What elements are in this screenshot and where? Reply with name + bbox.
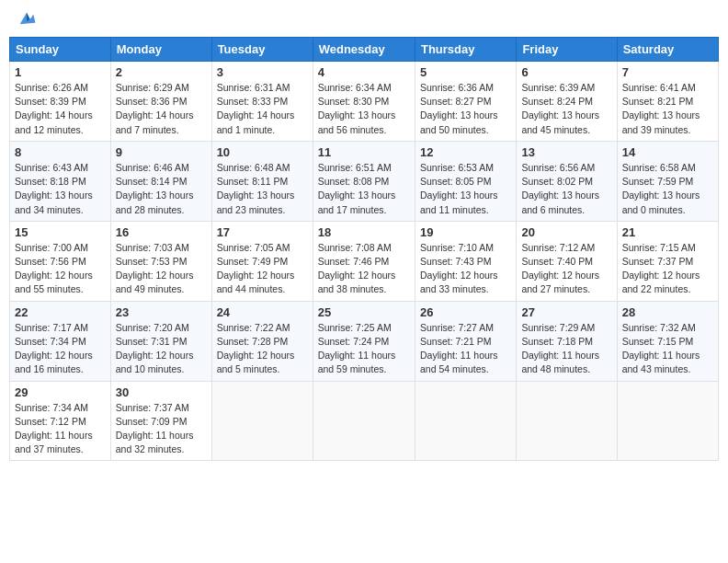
cell-content: Sunrise: 7:00 AM Sunset: 7:56 PM Dayligh… xyxy=(15,241,106,297)
sunset-label: Sunset: 8:21 PM xyxy=(622,96,694,107)
daylight-label: Daylight: 13 hours and 50 minutes. xyxy=(420,109,498,134)
sunset-label: Sunset: 7:59 PM xyxy=(622,176,694,187)
day-number: 26 xyxy=(420,305,511,319)
day-number: 6 xyxy=(521,65,611,79)
sunset-label: Sunset: 7:09 PM xyxy=(116,416,188,427)
weekday-header: Monday xyxy=(110,38,211,62)
cell-content: Sunrise: 7:20 AM Sunset: 7:31 PM Dayligh… xyxy=(116,321,207,377)
weekday-header: Wednesday xyxy=(313,38,415,62)
cell-content: Sunrise: 6:36 AM Sunset: 8:27 PM Dayligh… xyxy=(420,81,511,137)
daylight-label: Daylight: 12 hours and 44 minutes. xyxy=(217,270,295,294)
calendar-cell: 24 Sunrise: 7:22 AM Sunset: 7:28 PM Dayl… xyxy=(211,301,313,381)
sunrise-label: Sunrise: 6:26 AM xyxy=(15,82,88,93)
daylight-label: Daylight: 13 hours and 17 minutes. xyxy=(318,190,396,214)
sunset-label: Sunset: 7:21 PM xyxy=(420,336,492,347)
day-number: 7 xyxy=(622,65,713,79)
sunset-label: Sunset: 8:11 PM xyxy=(217,176,289,187)
daylight-label: Daylight: 14 hours and 12 minutes. xyxy=(15,109,93,134)
daylight-label: Daylight: 12 hours and 5 minutes. xyxy=(217,350,295,374)
sunset-label: Sunset: 7:34 PM xyxy=(15,336,86,347)
calendar-cell: 7 Sunrise: 6:41 AM Sunset: 8:21 PM Dayli… xyxy=(617,62,718,142)
day-number: 29 xyxy=(15,385,106,399)
daylight-label: Daylight: 13 hours and 39 minutes. xyxy=(622,109,700,134)
day-number: 11 xyxy=(318,145,410,159)
day-number: 24 xyxy=(217,305,308,319)
day-number: 23 xyxy=(116,305,207,319)
cell-content: Sunrise: 6:56 AM Sunset: 8:02 PM Dayligh… xyxy=(521,161,611,217)
cell-content: Sunrise: 7:08 AM Sunset: 7:46 PM Dayligh… xyxy=(318,241,410,297)
sunset-label: Sunset: 7:37 PM xyxy=(622,256,694,267)
cell-content: Sunrise: 7:05 AM Sunset: 7:49 PM Dayligh… xyxy=(217,241,308,297)
calendar-cell: 27 Sunrise: 7:29 AM Sunset: 7:18 PM Dayl… xyxy=(517,301,617,381)
sunrise-label: Sunrise: 7:00 AM xyxy=(15,242,88,253)
calendar-cell: 2 Sunrise: 6:29 AM Sunset: 8:36 PM Dayli… xyxy=(110,62,211,142)
daylight-label: Daylight: 11 hours and 59 minutes. xyxy=(318,350,396,374)
daylight-label: Daylight: 13 hours and 6 minutes. xyxy=(521,190,599,214)
sunset-label: Sunset: 8:02 PM xyxy=(521,176,593,187)
day-number: 13 xyxy=(521,145,611,159)
sunrise-label: Sunrise: 6:53 AM xyxy=(420,162,494,173)
cell-content: Sunrise: 7:29 AM Sunset: 7:18 PM Dayligh… xyxy=(521,321,611,377)
cell-content: Sunrise: 7:37 AM Sunset: 7:09 PM Dayligh… xyxy=(116,401,207,457)
sunset-label: Sunset: 8:27 PM xyxy=(420,96,492,107)
calendar-cell: 12 Sunrise: 6:53 AM Sunset: 8:05 PM Dayl… xyxy=(415,141,516,221)
day-number: 15 xyxy=(15,225,106,239)
calendar-cell xyxy=(517,381,617,461)
calendar-cell: 15 Sunrise: 7:00 AM Sunset: 7:56 PM Dayl… xyxy=(10,221,111,301)
daylight-label: Daylight: 13 hours and 34 minutes. xyxy=(15,190,93,214)
day-number: 12 xyxy=(420,145,511,159)
sunrise-label: Sunrise: 6:34 AM xyxy=(318,82,392,93)
daylight-label: Daylight: 11 hours and 54 minutes. xyxy=(420,350,498,374)
sunrise-label: Sunrise: 7:12 AM xyxy=(521,242,595,253)
day-number: 16 xyxy=(116,225,207,239)
daylight-label: Daylight: 12 hours and 49 minutes. xyxy=(116,270,194,294)
cell-content: Sunrise: 7:34 AM Sunset: 7:12 PM Dayligh… xyxy=(15,401,106,457)
cell-content: Sunrise: 6:58 AM Sunset: 7:59 PM Dayligh… xyxy=(622,161,713,217)
cell-content: Sunrise: 6:31 AM Sunset: 8:33 PM Dayligh… xyxy=(217,81,308,137)
cell-content: Sunrise: 7:10 AM Sunset: 7:43 PM Dayligh… xyxy=(420,241,511,297)
calendar-cell: 17 Sunrise: 7:05 AM Sunset: 7:49 PM Dayl… xyxy=(211,221,313,301)
sunset-label: Sunset: 8:08 PM xyxy=(318,176,390,187)
cell-content: Sunrise: 6:46 AM Sunset: 8:14 PM Dayligh… xyxy=(116,161,207,217)
daylight-label: Daylight: 13 hours and 28 minutes. xyxy=(116,190,194,214)
weekday-row: SundayMondayTuesdayWednesdayThursdayFrid… xyxy=(10,38,719,62)
sunset-label: Sunset: 7:24 PM xyxy=(318,336,390,347)
sunrise-label: Sunrise: 7:03 AM xyxy=(116,242,189,253)
calendar-body: 1 Sunrise: 6:26 AM Sunset: 8:39 PM Dayli… xyxy=(10,62,719,461)
calendar-cell: 5 Sunrise: 6:36 AM Sunset: 8:27 PM Dayli… xyxy=(415,62,516,142)
calendar-cell: 25 Sunrise: 7:25 AM Sunset: 7:24 PM Dayl… xyxy=(313,301,415,381)
sunset-label: Sunset: 8:24 PM xyxy=(521,96,593,107)
daylight-label: Daylight: 12 hours and 16 minutes. xyxy=(15,350,93,374)
sunrise-label: Sunrise: 6:46 AM xyxy=(116,162,189,173)
calendar-cell: 10 Sunrise: 6:48 AM Sunset: 8:11 PM Dayl… xyxy=(211,141,313,221)
daylight-label: Daylight: 13 hours and 45 minutes. xyxy=(521,109,599,134)
sunset-label: Sunset: 7:46 PM xyxy=(318,256,390,267)
weekday-header: Friday xyxy=(517,38,617,62)
weekday-header: Saturday xyxy=(617,38,718,62)
sunset-label: Sunset: 8:30 PM xyxy=(318,96,390,107)
calendar-week-row: 22 Sunrise: 7:17 AM Sunset: 7:34 PM Dayl… xyxy=(10,301,719,381)
sunset-label: Sunset: 7:53 PM xyxy=(116,256,188,267)
daylight-label: Daylight: 12 hours and 22 minutes. xyxy=(622,270,700,294)
calendar-week-row: 8 Sunrise: 6:43 AM Sunset: 8:18 PM Dayli… xyxy=(10,141,719,221)
day-number: 9 xyxy=(116,145,207,159)
calendar-cell: 23 Sunrise: 7:20 AM Sunset: 7:31 PM Dayl… xyxy=(110,301,211,381)
sunrise-label: Sunrise: 7:17 AM xyxy=(15,322,88,333)
sunset-label: Sunset: 7:43 PM xyxy=(420,256,492,267)
sunset-label: Sunset: 7:49 PM xyxy=(217,256,289,267)
calendar-week-row: 15 Sunrise: 7:00 AM Sunset: 7:56 PM Dayl… xyxy=(10,221,719,301)
calendar-cell: 8 Sunrise: 6:43 AM Sunset: 8:18 PM Dayli… xyxy=(10,141,111,221)
day-number: 25 xyxy=(318,305,410,319)
sunrise-label: Sunrise: 6:58 AM xyxy=(622,162,696,173)
cell-content: Sunrise: 6:48 AM Sunset: 8:11 PM Dayligh… xyxy=(217,161,308,217)
calendar-table: SundayMondayTuesdayWednesdayThursdayFrid… xyxy=(9,37,719,461)
sunset-label: Sunset: 7:28 PM xyxy=(217,336,289,347)
day-number: 30 xyxy=(116,385,207,399)
day-number: 4 xyxy=(318,65,410,79)
sunset-label: Sunset: 7:18 PM xyxy=(521,336,593,347)
sunrise-label: Sunrise: 7:29 AM xyxy=(521,322,595,333)
calendar-cell: 21 Sunrise: 7:15 AM Sunset: 7:37 PM Dayl… xyxy=(617,221,718,301)
sunrise-label: Sunrise: 6:56 AM xyxy=(521,162,595,173)
day-number: 17 xyxy=(217,225,308,239)
sunrise-label: Sunrise: 7:37 AM xyxy=(116,402,189,413)
